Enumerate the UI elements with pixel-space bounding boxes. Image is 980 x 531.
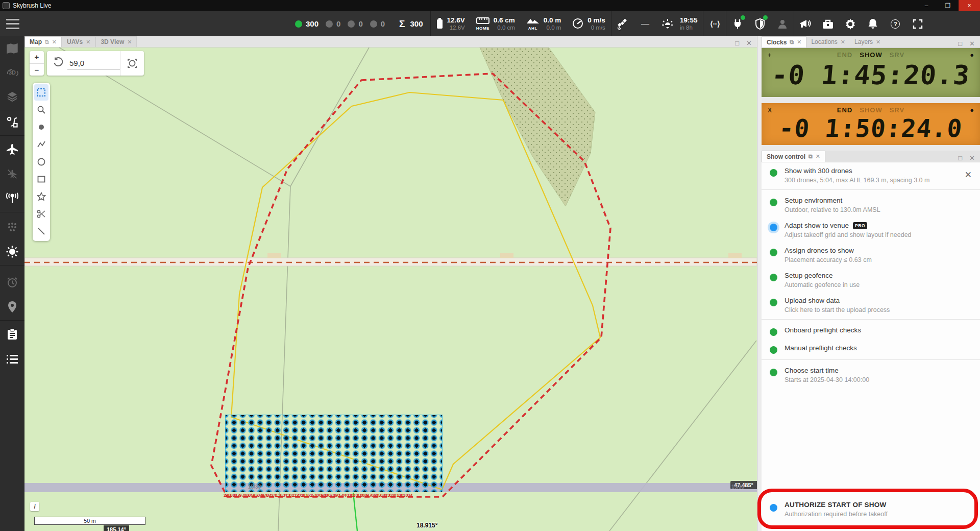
close-tab-icon[interactable]: ✕ xyxy=(841,39,845,45)
checklist-item[interactable]: Upload show data Click here to start the… xyxy=(762,292,980,317)
close-pane-icon[interactable]: ✕ xyxy=(746,39,752,47)
broadcast-megaphone-icon[interactable] xyxy=(794,11,817,36)
map-info-button[interactable]: i xyxy=(30,502,39,511)
tab-map[interactable]: Map ⧉ ✕ xyxy=(24,36,62,47)
star-tool[interactable] xyxy=(34,188,48,205)
sidebar-swarm-icon[interactable] xyxy=(0,216,24,238)
settings-gear-icon[interactable] xyxy=(839,11,862,36)
tab-uavs[interactable]: UAVs ✕ xyxy=(62,36,95,47)
rtk-status[interactable]: — xyxy=(641,19,649,29)
tab-show-control[interactable]: Show control ⧉ ✕ xyxy=(762,151,825,162)
sidebar-rtk-antenna-icon[interactable] xyxy=(0,187,24,210)
fit-rotation-icon[interactable] xyxy=(120,58,144,68)
close-tab-icon[interactable]: ✕ xyxy=(52,39,57,45)
sidebar-show-control-icon[interactable] xyxy=(0,111,24,133)
point-tool[interactable] xyxy=(34,119,48,135)
tab-3d-view[interactable]: 3D View ✕ xyxy=(95,36,137,47)
tab-locations[interactable]: Locations ✕ xyxy=(806,36,850,47)
checklist-item[interactable]: Adapt show to venuePRO Adjust takeoff gr… xyxy=(762,217,980,242)
takeoff-grid[interactable] xyxy=(225,415,443,492)
map-tools-palette xyxy=(33,83,50,241)
drone-total: Σ 300 xyxy=(397,18,423,30)
menu-icon[interactable] xyxy=(6,19,19,29)
show-control-panel: Show with 300 drones 300 drones, 5:04, m… xyxy=(762,162,980,531)
clock-adjust-control[interactable]: X xyxy=(768,107,788,114)
close-tab-icon[interactable]: ✕ xyxy=(127,39,132,45)
rotate-ccw-icon[interactable] xyxy=(53,57,63,69)
fullscreen-icon[interactable] xyxy=(906,11,929,36)
path-tool[interactable] xyxy=(34,136,48,153)
cut-tool[interactable] xyxy=(34,206,48,222)
code-console-icon[interactable]: ⟨··⟩ xyxy=(703,11,726,36)
sigma-icon: Σ xyxy=(399,18,405,30)
clock-mode-labels: ENDSHOWSRV xyxy=(788,106,953,114)
close-button[interactable]: × xyxy=(959,0,980,11)
sidebar-locations-icon[interactable] xyxy=(0,296,24,318)
mountain-icon xyxy=(526,17,540,26)
select-tool[interactable] xyxy=(34,84,48,101)
dock-splitter[interactable] xyxy=(757,36,762,531)
sidebar-log-list-icon[interactable] xyxy=(0,348,24,370)
checklist-item[interactable]: Setup environment Outdoor, relative to 1… xyxy=(762,192,980,217)
sidebar-map-icon[interactable] xyxy=(0,37,24,60)
checklist-item[interactable]: Manual preflight checks xyxy=(762,340,980,357)
map-canvas[interactable]: 29 88 88 79 70 68 59 50 49 48 42 41 36 3… xyxy=(24,47,757,531)
sidebar-light-control-icon[interactable] xyxy=(0,240,24,263)
rectangle-tool[interactable] xyxy=(34,171,48,187)
popout-icon[interactable]: ⧉ xyxy=(45,39,49,45)
minimize-button[interactable]: – xyxy=(916,0,937,11)
close-tab-icon[interactable]: ✕ xyxy=(876,39,880,45)
connection-plug-icon[interactable] xyxy=(726,11,749,36)
authorize-start-of-show-button[interactable]: AUTHORIZE START OF SHOW Authorization re… xyxy=(762,496,980,524)
close-pane-icon[interactable]: ✕ xyxy=(969,154,975,162)
popout-icon[interactable]: ⧉ xyxy=(808,153,813,160)
checklist-item[interactable]: Setup geofence Automatic geofence in use xyxy=(762,267,980,292)
sidebar-uavs-icon[interactable] xyxy=(0,138,24,161)
tab-layers[interactable]: Layers ✕ xyxy=(850,36,885,47)
maximize-button[interactable]: ❐ xyxy=(937,0,959,11)
close-pane-icon[interactable]: ✕ xyxy=(969,40,975,47)
scale-bar: 50 m xyxy=(34,517,145,525)
line-tool[interactable] xyxy=(34,223,48,239)
checklist-item[interactable]: Assign drones to show Placement accuracy… xyxy=(762,242,980,267)
clock-adjust-control[interactable]: + xyxy=(768,52,788,59)
sidebar-checklist-icon[interactable] xyxy=(0,323,24,346)
popout-icon[interactable]: ⧉ xyxy=(790,39,794,45)
main-toolbar: 300 0 0 0 Σ 300 12.6V12.6V HOME xyxy=(0,11,980,36)
sidebar-alarm-clock-icon[interactable] xyxy=(0,271,24,294)
end-clock-time: -0 1:50:24.0 xyxy=(767,114,975,142)
status-dot xyxy=(326,20,333,28)
sidebar-3d-view-icon[interactable]: 3D xyxy=(0,61,24,84)
rotation-input[interactable]: 59,0 xyxy=(67,58,120,69)
zoom-out-button[interactable]: – xyxy=(30,64,44,76)
dismiss-item-button[interactable]: ✕ xyxy=(965,170,972,180)
checklist-item[interactable]: Show with 300 drones 300 drones, 5:04, m… xyxy=(762,162,980,187)
right-dock: Clocks ⧉ ✕ Locations ✕ Layers ✕ □ ✕ + EN… xyxy=(762,36,980,531)
zoom-in-button[interactable]: + xyxy=(30,51,44,63)
maximize-pane-icon[interactable]: □ xyxy=(735,39,739,47)
gps-satellite-icon[interactable] xyxy=(611,11,634,36)
close-tab-icon[interactable]: ✕ xyxy=(86,39,90,45)
sidebar-uav-details-icon[interactable] xyxy=(0,163,24,185)
checklist-item[interactable]: Choose start time Starts at 2025-04-30 1… xyxy=(762,362,980,387)
maximize-pane-icon[interactable]: □ xyxy=(958,154,962,162)
sidebar-layers-icon[interactable] xyxy=(0,85,24,108)
close-tab-icon[interactable]: ✕ xyxy=(816,153,820,160)
notifications-bell-icon[interactable] xyxy=(862,11,884,36)
checklist-item[interactable]: Onboard preflight checks xyxy=(762,322,980,340)
tab-clocks[interactable]: Clocks ⧉ ✕ xyxy=(762,36,806,47)
drone-count: 0 xyxy=(370,19,385,28)
zoom-tool[interactable] xyxy=(34,102,48,118)
maximize-pane-icon[interactable]: □ xyxy=(958,40,962,47)
close-tab-icon[interactable]: ✕ xyxy=(797,39,801,45)
safety-shield-icon[interactable] xyxy=(749,11,771,36)
user-account-icon[interactable] xyxy=(771,11,794,36)
drone-count: 0 xyxy=(348,19,362,28)
show-clock[interactable]: + ENDSHOWSRV ● -0 1:45:20.3 xyxy=(762,48,980,97)
end-clock[interactable]: X ENDSHOWSRV ● -0 1:50:24.0 xyxy=(762,103,980,145)
toolbox-icon[interactable] xyxy=(817,11,839,36)
skybrush-live-window: Skybrush Live – ❐ × 300 0 0 0 Σ 300 xyxy=(0,0,980,531)
status-dot xyxy=(770,199,777,206)
help-icon[interactable]: ? xyxy=(884,11,906,36)
circle-tool[interactable] xyxy=(34,154,48,170)
